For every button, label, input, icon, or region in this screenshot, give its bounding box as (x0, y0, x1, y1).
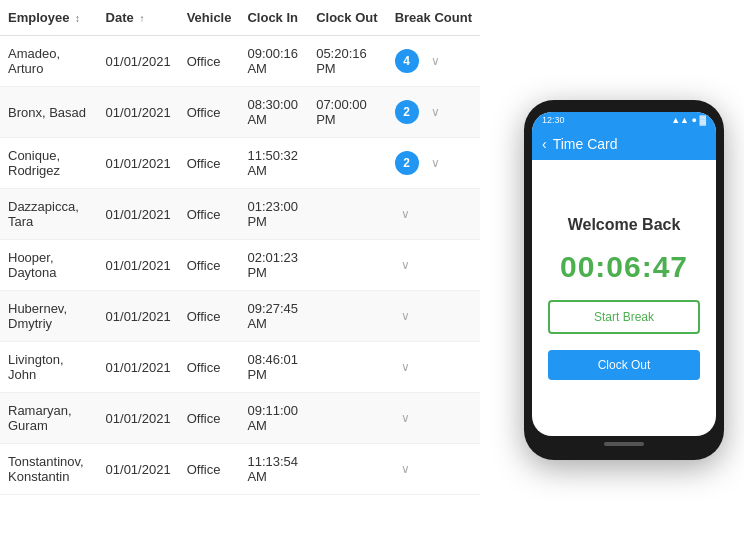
table-body: Amadeo, Arturo01/01/2021Office09:00:16 A… (0, 36, 480, 495)
cell-date: 01/01/2021 (98, 393, 179, 444)
cell-clock-in: 08:46:01 PM (239, 342, 308, 393)
phone-screen: 12:30 ▲▲ ● ▓ ‹ Time Card Welcome Back 00… (532, 112, 716, 436)
cell-break-count: ∨ (387, 342, 480, 393)
date-sort-icon: ↑ (139, 13, 144, 24)
cell-date: 01/01/2021 (98, 444, 179, 495)
cell-employee: Ramaryan, Guram (0, 393, 98, 444)
row-expand-icon[interactable]: ∨ (431, 54, 440, 68)
table-header-row: Employee ↕ Date ↑ Vehicle Clock In Clock… (0, 0, 480, 36)
break-count-badge: 4 (395, 49, 419, 73)
col-employee[interactable]: Employee ↕ (0, 0, 98, 36)
cell-vehicle: Office (179, 291, 240, 342)
cell-employee: Dazzapicca, Tara (0, 189, 98, 240)
row-expand-icon[interactable]: ∨ (401, 258, 410, 272)
table-row[interactable]: Livington, John01/01/2021Office08:46:01 … (0, 342, 480, 393)
cell-clock-out (308, 342, 387, 393)
col-vehicle-label: Vehicle (187, 10, 232, 25)
table-row[interactable]: Hooper, Daytona01/01/2021Office02:01:23 … (0, 240, 480, 291)
welcome-text: Welcome Back (568, 216, 681, 234)
cell-break-count: ∨ (387, 444, 480, 495)
cell-clock-in: 11:50:32 AM (239, 138, 308, 189)
table-row[interactable]: Tonstantinov, Konstantin01/01/2021Office… (0, 444, 480, 495)
clock-out-button[interactable]: Clock Out (548, 350, 700, 380)
table-row[interactable]: Amadeo, Arturo01/01/2021Office09:00:16 A… (0, 36, 480, 87)
break-count-badge: 2 (395, 151, 419, 175)
cell-clock-in: 09:11:00 AM (239, 393, 308, 444)
phone-signal-icons: ▲▲ ● ▓ (671, 115, 706, 125)
employee-sort-icon: ↕ (75, 13, 80, 24)
table-row[interactable]: Dazzapicca, Tara01/01/2021Office01:23:00… (0, 189, 480, 240)
cell-employee: Hubernev, Dmytriy (0, 291, 98, 342)
col-employee-label: Employee (8, 10, 69, 25)
cell-clock-in: 08:30:00 AM (239, 87, 308, 138)
cell-vehicle: Office (179, 342, 240, 393)
cell-vehicle: Office (179, 393, 240, 444)
phone-mockup: 12:30 ▲▲ ● ▓ ‹ Time Card Welcome Back 00… (524, 100, 724, 460)
col-vehicle: Vehicle (179, 0, 240, 36)
phone-nav-title: Time Card (553, 136, 618, 152)
cell-vehicle: Office (179, 189, 240, 240)
start-break-button[interactable]: Start Break (548, 300, 700, 334)
employee-table-container: Employee ↕ Date ↑ Vehicle Clock In Clock… (0, 0, 480, 495)
cell-clock-out (308, 240, 387, 291)
cell-clock-in: 01:23:00 PM (239, 189, 308, 240)
col-clock-in: Clock In (239, 0, 308, 36)
timer-display: 00:06:47 (560, 250, 688, 284)
cell-employee: Amadeo, Arturo (0, 36, 98, 87)
cell-clock-in: 11:13:54 AM (239, 444, 308, 495)
cell-clock-out (308, 189, 387, 240)
col-date[interactable]: Date ↑ (98, 0, 179, 36)
cell-date: 01/01/2021 (98, 87, 179, 138)
row-expand-icon[interactable]: ∨ (401, 462, 410, 476)
phone-nav-bar: ‹ Time Card (532, 128, 716, 160)
cell-break-count: ∨ (387, 240, 480, 291)
table-row[interactable]: Hubernev, Dmytriy01/01/2021Office09:27:4… (0, 291, 480, 342)
cell-clock-out (308, 393, 387, 444)
cell-employee: Hooper, Daytona (0, 240, 98, 291)
col-break-count-label: Break Count (395, 10, 472, 25)
cell-clock-out (308, 444, 387, 495)
cell-clock-in: 09:27:45 AM (239, 291, 308, 342)
cell-vehicle: Office (179, 240, 240, 291)
table-row[interactable]: Bronx, Basad01/01/2021Office08:30:00 AM0… (0, 87, 480, 138)
row-expand-icon[interactable]: ∨ (401, 207, 410, 221)
cell-vehicle: Office (179, 138, 240, 189)
cell-date: 01/01/2021 (98, 189, 179, 240)
employee-table: Employee ↕ Date ↑ Vehicle Clock In Clock… (0, 0, 480, 495)
row-expand-icon[interactable]: ∨ (431, 156, 440, 170)
table-row[interactable]: Ramaryan, Guram01/01/2021Office09:11:00 … (0, 393, 480, 444)
back-arrow-icon[interactable]: ‹ (542, 136, 547, 152)
cell-vehicle: Office (179, 36, 240, 87)
cell-date: 01/01/2021 (98, 342, 179, 393)
phone-status-bar: 12:30 ▲▲ ● ▓ (532, 112, 716, 128)
phone-time: 12:30 (542, 115, 565, 125)
break-count-badge: 2 (395, 100, 419, 124)
cell-break-count: ∨ (387, 393, 480, 444)
cell-clock-in: 02:01:23 PM (239, 240, 308, 291)
phone-content: Welcome Back 00:06:47 Start Break Clock … (532, 160, 716, 436)
cell-date: 01/01/2021 (98, 240, 179, 291)
cell-break-count: 2∨ (387, 87, 480, 138)
cell-break-count: ∨ (387, 291, 480, 342)
cell-clock-out: 05:20:16 PM (308, 36, 387, 87)
cell-break-count: 2∨ (387, 138, 480, 189)
cell-clock-out (308, 138, 387, 189)
table-row[interactable]: Conique, Rodrigez01/01/2021Office11:50:3… (0, 138, 480, 189)
cell-date: 01/01/2021 (98, 36, 179, 87)
cell-break-count: 4∨ (387, 36, 480, 87)
col-break-count: Break Count (387, 0, 480, 36)
cell-vehicle: Office (179, 444, 240, 495)
cell-vehicle: Office (179, 87, 240, 138)
phone-home-indicator (604, 442, 644, 446)
cell-employee: Bronx, Basad (0, 87, 98, 138)
row-expand-icon[interactable]: ∨ (431, 105, 440, 119)
row-expand-icon[interactable]: ∨ (401, 411, 410, 425)
cell-employee: Tonstantinov, Konstantin (0, 444, 98, 495)
row-expand-icon[interactable]: ∨ (401, 360, 410, 374)
cell-clock-out (308, 291, 387, 342)
col-clock-out: Clock Out (308, 0, 387, 36)
cell-clock-in: 09:00:16 AM (239, 36, 308, 87)
col-clock-out-label: Clock Out (316, 10, 377, 25)
row-expand-icon[interactable]: ∨ (401, 309, 410, 323)
cell-employee: Conique, Rodrigez (0, 138, 98, 189)
